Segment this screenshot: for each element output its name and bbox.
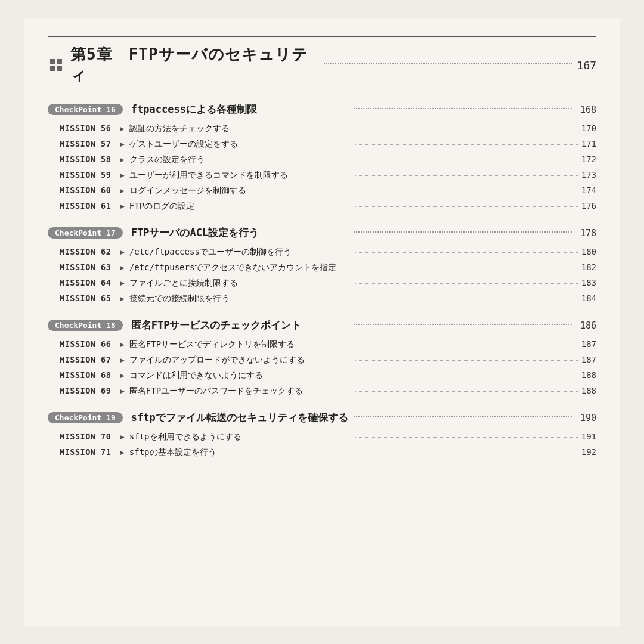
checkpoint-text-3: sftpでファイル転送のセキュリティを確保する [131,411,349,425]
checkpoint-badge-2: CheckPoint 18 [48,320,123,331]
checkpoint-badge-1: CheckPoint 17 [48,227,123,239]
mission-text-0-0: 認証の方法をチェックする [129,123,352,134]
mission-text-0-2: クラスの設定を行う [129,154,352,165]
mission-page-0-4: 174 [581,185,596,195]
mission-row-1-0: MISSION 62▶/etc/ftpaccessでユーザーの制御を行う180 [48,244,596,260]
mission-label-0-1: MISSION 57 [60,139,116,148]
mission-page-2-0: 187 [581,339,596,349]
mission-label-0-4: MISSION 60 [60,185,116,195]
mission-arrow-1-0: ▶ [120,247,125,256]
mission-row-0-4: MISSION 60▶ログインメッセージを制御する174 [48,183,596,199]
mission-row-0-2: MISSION 58▶クラスの設定を行う172 [48,152,596,168]
mission-arrow-1-2: ▶ [120,278,125,287]
checkpoint-page-3: 190 [580,413,596,423]
mission-page-2-3: 188 [581,386,596,395]
mission-row-0-3: MISSION 59▶ユーザーが利用できるコマンドを制限する173 [48,168,596,183]
mission-arrow-3-1: ▶ [120,448,125,457]
chapter-page: 167 [577,59,597,72]
page-container: 第5章 FTPサーバのセキュリティ 167 CheckPoint 16ftpac… [24,18,620,626]
svg-rect-0 [50,59,55,64]
mission-label-0-0: MISSION 56 [60,123,116,133]
checkpoint-badge-0: CheckPoint 16 [48,104,123,115]
mission-dots-0-5 [355,206,578,207]
section-2: CheckPoint 18匿名FTPサービスのチェックポイント186MISSIO… [48,318,596,399]
mission-arrow-0-2: ▶ [120,155,125,164]
checkpoint-row-0: CheckPoint 16ftpaccessによる各種制限168 [48,103,596,116]
mission-row-1-2: MISSION 64▶ファイルごとに接続制限する183 [48,275,596,291]
mission-dots-1-0 [355,252,578,253]
checkpoint-page-0: 168 [580,104,596,115]
mission-text-0-5: FTPのログの設定 [129,201,352,212]
mission-dots-1-3 [355,299,578,299]
mission-text-1-1: /etc/ftpusersでアクセスできないアカウントを指定 [129,262,352,273]
mission-label-2-2: MISSION 68 [60,370,116,380]
mission-dots-2-1 [355,360,578,361]
mission-page-2-2: 188 [581,370,596,380]
svg-rect-3 [57,66,62,71]
checkpoint-dots-3 [354,416,572,417]
mission-arrow-0-4: ▶ [120,186,125,195]
mission-dots-3-0 [355,437,578,438]
mission-page-0-2: 172 [581,154,596,164]
svg-rect-2 [50,66,55,71]
chapter-dots [324,63,572,64]
mission-text-1-0: /etc/ftpaccessでユーザーの制御を行う [129,247,352,258]
mission-page-0-5: 176 [581,201,596,210]
mission-dots-3-1 [355,453,578,453]
chapter-header: 第5章 FTPサーバのセキュリティ 167 [48,36,596,86]
mission-arrow-2-1: ▶ [120,355,125,364]
mission-dots-0-4 [355,191,578,191]
mission-arrow-0-1: ▶ [120,140,125,148]
mission-label-0-5: MISSION 61 [60,201,116,210]
mission-label-1-3: MISSION 65 [60,293,116,303]
mission-text-3-1: sftpの基本設定を行う [129,447,352,458]
mission-arrow-1-1: ▶ [120,263,125,272]
mission-label-3-0: MISSION 70 [60,432,116,441]
mission-arrow-2-2: ▶ [120,371,125,380]
checkpoint-text-0: ftpaccessによる各種制限 [131,103,349,116]
mission-row-3-0: MISSION 70▶sftpを利用できるようにする191 [48,429,596,445]
mission-label-0-2: MISSION 58 [60,154,116,164]
mission-label-2-3: MISSION 69 [60,386,116,395]
mission-arrow-0-5: ▶ [120,202,125,210]
checkpoint-dots-0 [354,108,572,109]
mission-row-0-0: MISSION 56▶認証の方法をチェックする170 [48,121,596,137]
checkpoint-row-1: CheckPoint 17FTPサーバのACL設定を行う178 [48,226,596,240]
mission-dots-2-0 [355,345,578,345]
mission-label-2-1: MISSION 67 [60,355,116,364]
mission-row-2-2: MISSION 68▶コマンドは利用できないようにする188 [48,368,596,383]
section-3: CheckPoint 19sftpでファイル転送のセキュリティを確保する190M… [48,411,596,460]
checkpoint-text-1: FTPサーバのACL設定を行う [131,226,349,240]
mission-label-1-2: MISSION 64 [60,278,116,287]
mission-text-2-1: ファイルのアップロードができないようにする [129,355,352,366]
mission-row-1-3: MISSION 65▶接続元での接続制限を行う184 [48,291,596,306]
mission-dots-0-1 [355,144,578,145]
mission-text-2-2: コマンドは利用できないようにする [129,370,352,381]
mission-arrow-2-0: ▶ [120,340,125,349]
mission-arrow-3-0: ▶ [120,432,125,441]
mission-dots-0-0 [355,129,578,129]
mission-dots-2-2 [355,376,578,376]
mission-text-2-3: 匿名FTPユーザーのパスワードをチェックする [129,386,352,397]
mission-dots-0-2 [355,160,578,160]
mission-page-1-2: 183 [581,278,596,287]
checkpoint-text-2: 匿名FTPサービスのチェックポイント [131,318,349,332]
mission-text-0-4: ログインメッセージを制御する [129,185,352,196]
mission-label-1-1: MISSION 63 [60,262,116,272]
mission-dots-0-3 [355,175,578,176]
checkpoint-page-2: 186 [580,320,596,331]
mission-page-0-0: 170 [581,123,596,133]
section-0: CheckPoint 16ftpaccessによる各種制限168MISSION … [48,103,596,214]
mission-page-2-1: 187 [581,355,596,364]
mission-row-3-1: MISSION 71▶sftpの基本設定を行う192 [48,445,596,460]
checkpoint-dots-1 [354,231,572,233]
chapter-title: 第5章 FTPサーバのセキュリティ [70,44,319,86]
mission-dots-2-3 [355,391,578,392]
mission-row-2-0: MISSION 66▶匿名FTPサービスでディレクトリを制限する187 [48,337,596,352]
mission-text-3-0: sftpを利用できるようにする [129,432,352,442]
mission-dots-1-2 [355,283,578,284]
mission-arrow-0-0: ▶ [120,124,125,133]
mission-page-3-1: 192 [581,447,596,457]
checkpoint-dots-2 [354,324,572,325]
mission-page-1-0: 180 [581,247,596,256]
